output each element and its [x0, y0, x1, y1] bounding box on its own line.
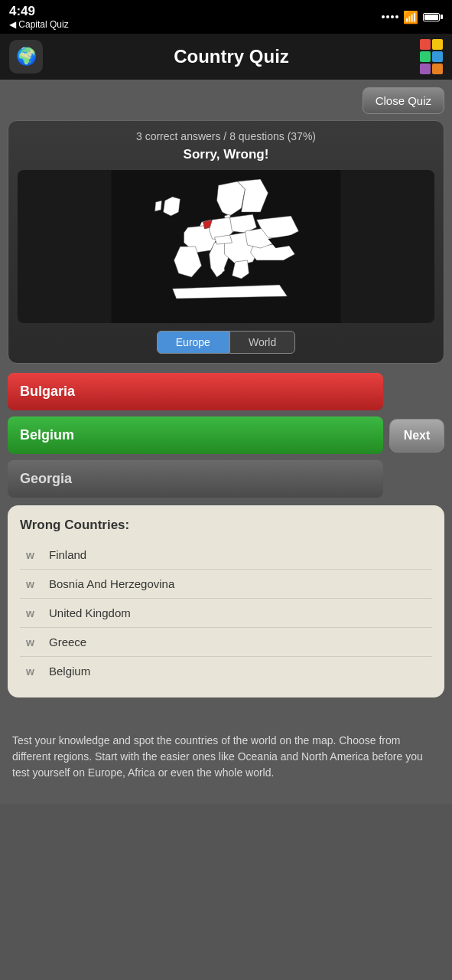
- answers-row: Bulgaria Belgium Georgia Next: [8, 373, 444, 498]
- answers-list: Bulgaria Belgium Georgia: [8, 373, 383, 498]
- color-purple: [420, 64, 431, 74]
- app-logo: 🌍: [9, 40, 43, 74]
- wrong-icon-4: w: [26, 665, 41, 678]
- quiz-result: Sorry, Wrong!: [18, 147, 434, 162]
- wrong-item-4: w Belgium: [20, 657, 432, 685]
- answer-button-1[interactable]: Belgium: [8, 416, 383, 454]
- tab-europe[interactable]: Europe: [157, 331, 229, 354]
- wrong-item-2: w United Kingdom: [20, 599, 432, 628]
- color-palette: [420, 39, 443, 74]
- wrong-icon-3: w: [26, 636, 41, 648]
- wrong-label-3: Greece: [49, 635, 86, 648]
- wifi-icon: 📶: [403, 10, 418, 24]
- status-bar: 4:49 ◀ Capital Quiz 📶: [0, 0, 452, 34]
- map-tabs: Europe World: [18, 331, 434, 354]
- close-quiz-row: Close Quiz: [8, 87, 444, 114]
- status-time: 4:49: [9, 4, 35, 19]
- battery-icon: [423, 13, 443, 21]
- tab-world[interactable]: World: [229, 331, 295, 354]
- bottom-description: Test your knowledge and spot the countri…: [0, 720, 452, 804]
- close-quiz-button[interactable]: Close Quiz: [363, 87, 444, 114]
- signal-icon: [382, 15, 398, 18]
- quiz-card: 3 correct answers / 8 questions (37%) So…: [8, 120, 444, 364]
- quiz-stats: 3 correct answers / 8 questions (37%): [18, 130, 434, 142]
- wrong-countries-card: Wrong Countries: w Finland w Bosnia And …: [8, 505, 444, 697]
- main-content: Close Quiz 3 correct answers / 8 questio…: [0, 80, 452, 720]
- wrong-item-0: w Finland: [20, 541, 432, 570]
- wrong-countries-title: Wrong Countries:: [20, 518, 432, 533]
- back-link[interactable]: ◀ Capital Quiz: [9, 19, 69, 30]
- wrong-label-2: United Kingdom: [49, 606, 131, 619]
- color-yellow: [432, 39, 443, 50]
- wrong-label-1: Bosnia And Herzegovina: [49, 577, 174, 590]
- app-header: 🌍 Country Quiz: [0, 34, 452, 80]
- color-green: [420, 51, 431, 62]
- wrong-icon-2: w: [26, 607, 41, 619]
- wrong-item-3: w Greece: [20, 628, 432, 657]
- color-red: [420, 39, 431, 50]
- wrong-icon-1: w: [26, 578, 41, 590]
- europe-map: [18, 170, 434, 323]
- logo-icon: 🌍: [16, 47, 37, 67]
- wrong-icon-0: w: [26, 549, 41, 561]
- wrong-countries-list: w Finland w Bosnia And Herzegovina w Uni…: [20, 541, 432, 685]
- color-orange: [432, 64, 443, 74]
- color-blue: [432, 51, 443, 62]
- wrong-label-4: Belgium: [49, 665, 90, 678]
- page-title: Country Quiz: [43, 46, 420, 67]
- status-left: 4:49 ◀ Capital Quiz: [9, 4, 69, 30]
- wrong-label-0: Finland: [49, 548, 86, 561]
- map-container: [18, 170, 434, 323]
- next-button[interactable]: Next: [389, 419, 444, 452]
- answer-button-0[interactable]: Bulgaria: [8, 373, 383, 410]
- answer-button-2[interactable]: Georgia: [8, 460, 383, 498]
- wrong-item-1: w Bosnia And Herzegovina: [20, 570, 432, 599]
- status-right: 📶: [382, 10, 443, 24]
